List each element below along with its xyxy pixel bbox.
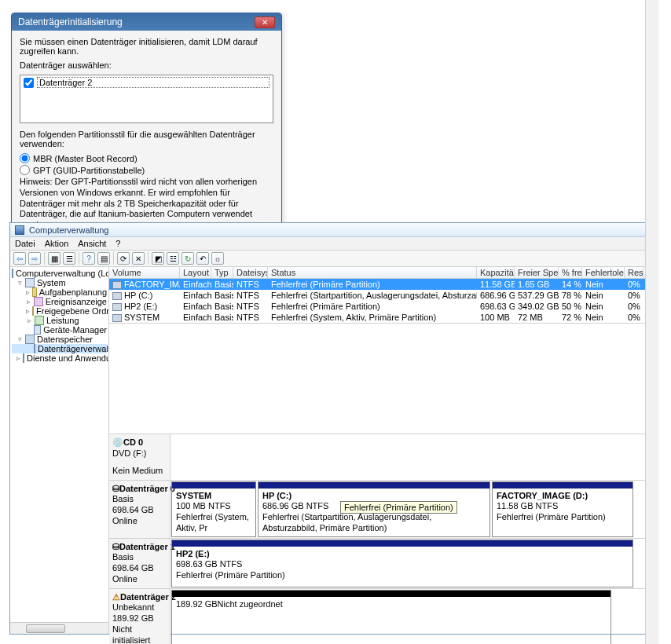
volume-row[interactable]: HP2 (E:)EinfachBasisNTFSFehlerfrei (Prim… — [109, 301, 647, 312]
window-titlebar[interactable]: Computerverwaltung — [10, 223, 647, 237]
action-icon[interactable]: ◩ — [152, 252, 164, 265]
select-disk-label: Datenträger auswählen: — [20, 60, 273, 70]
menu-file[interactable]: Datei — [15, 239, 35, 248]
partition[interactable]: FACTORY_IMAGE (D:)11.58 GB NTFSFehlerfre… — [492, 481, 633, 537]
menu-view[interactable]: Ansicht — [78, 239, 106, 248]
app-icon — [15, 225, 24, 235]
disk-icon: ⛁ — [112, 484, 119, 493]
cd-icon: 💿 — [112, 437, 123, 447]
tree-root[interactable]: Computerverwaltung (Lokal) — [16, 269, 109, 278]
warning-icon: ⚠ — [112, 592, 120, 602]
partition-tooltip: Fehlerfrei (Primäre Partition) — [340, 501, 457, 514]
disk-block[interactable]: ⚠Datenträger 2Unbekannt189.92 GBNicht in… — [109, 589, 647, 644]
toolbar: ⇦ ⇨ ▦ ☰ ? ▤ ⟳ ✕ ◩ ☳ ↻ ↶ ☼ — [10, 251, 647, 267]
cd-block[interactable]: 💿CD 0 DVD (F:) Kein Medium — [109, 434, 647, 480]
volume-row[interactable]: HP (C:)EinfachBasisNTFSFehlerfrei (Start… — [109, 290, 647, 301]
tree-system[interactable]: System — [37, 278, 66, 287]
tree-services[interactable]: Dienste und Anwendungen — [27, 353, 109, 363]
col-kap[interactable]: Kapazität — [477, 267, 515, 278]
partition-style-label: Den folgenden Partitionsstil für die aus… — [20, 130, 273, 148]
menu-help[interactable]: ? — [116, 239, 120, 248]
tree-shared[interactable]: Freigegebene Ordner — [36, 306, 109, 316]
volume-icon — [112, 292, 122, 300]
disk-select-item[interactable]: Datenträger 2 — [22, 77, 271, 88]
volume-row[interactable]: FACTORY_IMAGE (D:)EinfachBasisNTFSFehler… — [109, 279, 647, 290]
disk-block[interactable]: ⛁Datenträger 1Basis698.64 GBOnlineHP2 (E… — [109, 539, 647, 589]
dialog-intro: Sie müssen einen Datenträger initialisie… — [20, 37, 273, 56]
partition[interactable]: HP2 (E:)698.63 GB NTFSFehlerfrei (Primär… — [171, 540, 633, 587]
volume-icon — [112, 303, 122, 311]
mbr-radio[interactable] — [20, 153, 30, 163]
tree-perf[interactable]: Leistung — [46, 316, 79, 325]
disk-map: 💿CD 0 DVD (F:) Kein Medium ⛁Datenträger … — [109, 434, 647, 644]
volume-row[interactable]: SYSTEMEinfachBasisNTFSFehlerfrei (System… — [109, 312, 647, 323]
col-volume[interactable]: Volume — [109, 267, 180, 278]
gpt-radio[interactable] — [20, 165, 30, 175]
undo-icon[interactable]: ↶ — [196, 252, 209, 265]
delete-icon[interactable]: ✕ — [132, 252, 145, 265]
help-icon[interactable]: ? — [82, 252, 95, 265]
col-status[interactable]: Status — [268, 267, 477, 278]
menu-bar: Datei Aktion Ansicht ? — [10, 237, 647, 251]
menu-action[interactable]: Aktion — [45, 239, 69, 248]
volume-list[interactable]: Volume Layout Typ Dateisystem Status Kap… — [109, 267, 647, 324]
tree-diskmgr[interactable]: Datenträgerverwaltung — [38, 344, 109, 353]
col-layout[interactable]: Layout — [180, 267, 211, 278]
back-icon[interactable]: ⇦ — [13, 252, 26, 265]
disk-item-label: Datenträger 2 — [37, 77, 270, 88]
tree-task[interactable]: Aufgabenplanung — [39, 287, 107, 297]
window-title: Computerverwaltung — [29, 225, 109, 235]
col-typ[interactable]: Typ — [211, 267, 233, 278]
list-icon[interactable]: ☳ — [167, 252, 179, 265]
disk-checkbox[interactable] — [24, 78, 34, 88]
show-hide-icon[interactable]: ☰ — [63, 252, 75, 265]
volume-list-header[interactable]: Volume Layout Typ Dateisystem Status Kap… — [109, 267, 647, 279]
page-scrollbar[interactable] — [645, 0, 658, 644]
tree-devmgr[interactable]: Geräte-Manager — [43, 325, 107, 335]
tree-event[interactable]: Ereignisanzeige — [46, 297, 107, 306]
volume-icon — [112, 314, 122, 322]
dialog-titlebar[interactable]: Datenträgerinitialisierung ✕ — [12, 13, 281, 31]
tree-scrollbar[interactable] — [10, 622, 108, 634]
gpt-radio-row[interactable]: GPT (GUID-Partitionstabelle) — [20, 165, 273, 175]
disk-icon: ⛁ — [112, 542, 119, 551]
partition[interactable]: SYSTEM100 MB NTFSFehlerfrei (System, Akt… — [171, 481, 256, 537]
dialog-title-text: Datenträgerinitialisierung — [18, 16, 123, 27]
forward-icon[interactable]: ⇨ — [28, 252, 41, 265]
col-rest[interactable]: Restka — [625, 267, 644, 278]
col-frei[interactable]: Freier Speicher — [515, 267, 559, 278]
disk-management-pane: Volume Layout Typ Dateisystem Status Kap… — [109, 267, 647, 634]
settings-icon[interactable]: ☼ — [211, 252, 224, 265]
volume-icon — [112, 281, 122, 289]
up-icon[interactable]: ▦ — [48, 252, 60, 265]
disk-select-list[interactable]: Datenträger 2 — [20, 75, 273, 123]
mbr-label: MBR (Master Boot Record) — [33, 154, 138, 163]
nav-tree[interactable]: Computerverwaltung (Lokal) ▿System ▹Aufg… — [10, 267, 109, 634]
col-fs[interactable]: Dateisystem — [233, 267, 268, 278]
gpt-label: GPT (GUID-Partitionstabelle) — [33, 166, 145, 175]
col-ft[interactable]: Fehlertoleranz — [582, 267, 625, 278]
refresh-icon[interactable]: ⟳ — [117, 252, 130, 265]
computer-management-window: Computerverwaltung Datei Aktion Ansicht … — [9, 222, 647, 635]
unallocated-region[interactable]: 189.92 GBNicht zugeordnet — [171, 590, 611, 644]
mbr-radio-row[interactable]: MBR (Master Boot Record) — [20, 153, 273, 163]
rescan-icon[interactable]: ↻ — [182, 252, 194, 265]
close-icon[interactable]: ✕ — [255, 16, 275, 28]
properties-icon[interactable]: ▤ — [97, 252, 110, 265]
col-pct[interactable]: % frei — [559, 267, 582, 278]
tree-storage[interactable]: Datenspeicher — [37, 335, 93, 344]
